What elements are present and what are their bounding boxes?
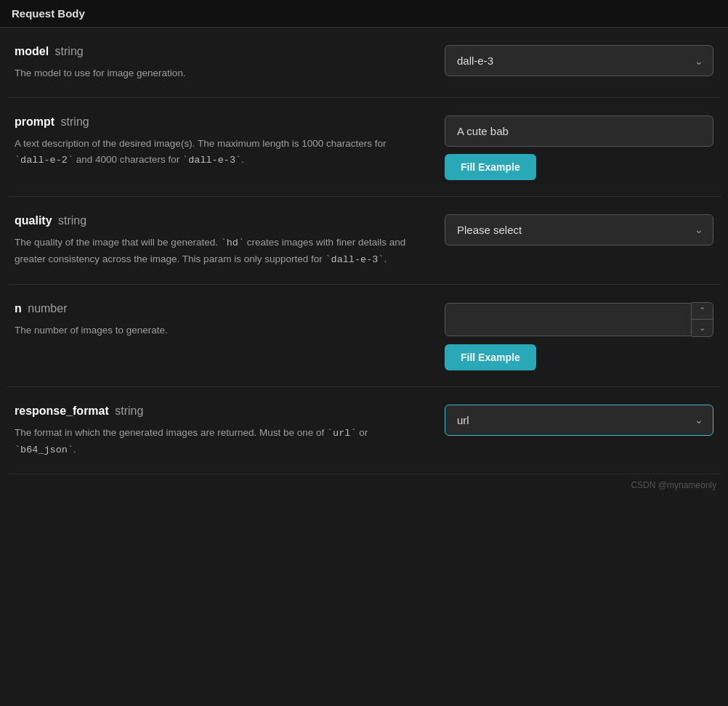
prompt-input[interactable] bbox=[445, 115, 713, 147]
prompt-input-wrapper bbox=[445, 115, 713, 147]
field-row-model: model string The model to use for image … bbox=[7, 28, 721, 98]
field-name-quality: quality bbox=[15, 214, 52, 227]
field-title-n: n number bbox=[15, 301, 421, 317]
field-type-model: string bbox=[55, 45, 84, 57]
field-left-response-format: response_format string The format in whi… bbox=[15, 403, 421, 458]
prompt-fill-example-button[interactable]: Fill Example bbox=[445, 154, 536, 180]
field-row-n: n number The number of images to generat… bbox=[7, 285, 721, 387]
field-name-n: n bbox=[15, 302, 22, 315]
field-type-response-format: string bbox=[115, 405, 143, 417]
field-row-response-format: response_format string The format in whi… bbox=[7, 387, 721, 475]
quality-select-wrapper: Please select standard hd ⌄ bbox=[445, 214, 713, 246]
field-name-response-format: response_format bbox=[15, 405, 109, 417]
request-body-section: model string The model to use for image … bbox=[0, 28, 728, 474]
field-right-model: dall-e-3 dall-e-2 ⌄ bbox=[445, 44, 713, 76]
field-left-n: n number The number of images to generat… bbox=[15, 301, 421, 338]
header-bar: Request Body bbox=[0, 0, 728, 28]
page-container: Request Body model string The model to u… bbox=[0, 0, 728, 706]
field-name-model: model bbox=[15, 45, 49, 57]
n-increment-button[interactable]: ⌃ bbox=[692, 303, 713, 320]
watermark: CSDN @mynameonly bbox=[0, 474, 728, 496]
field-type-n: number bbox=[28, 302, 67, 315]
field-row-prompt: prompt string A text description of the … bbox=[7, 98, 721, 197]
field-right-quality: Please select standard hd ⌄ bbox=[445, 213, 713, 246]
field-title-quality: quality string bbox=[15, 213, 421, 229]
n-spinners: ⌃ ⌄ bbox=[692, 302, 713, 337]
n-input-wrapper: ⌃ ⌄ bbox=[445, 302, 713, 337]
model-select[interactable]: dall-e-3 dall-e-2 bbox=[445, 45, 713, 76]
field-right-prompt: Fill Example bbox=[445, 114, 713, 180]
field-desc-quality: The quality of the image that will be ge… bbox=[15, 235, 421, 267]
n-input[interactable] bbox=[445, 303, 692, 336]
field-desc-prompt: A text description of the desired image(… bbox=[15, 136, 421, 168]
model-select-wrapper: dall-e-3 dall-e-2 ⌄ bbox=[445, 45, 713, 76]
page-title: Request Body bbox=[12, 7, 716, 20]
field-type-quality: string bbox=[58, 214, 86, 227]
response-format-select[interactable]: url b64_json bbox=[445, 405, 713, 436]
field-type-prompt: string bbox=[61, 115, 89, 128]
field-left-prompt: prompt string A text description of the … bbox=[15, 114, 421, 169]
field-desc-response-format: The format in which the generated images… bbox=[15, 425, 421, 458]
field-title-model: model string bbox=[15, 44, 421, 60]
response-format-select-wrapper: url b64_json ⌄ bbox=[445, 405, 713, 436]
field-title-response-format: response_format string bbox=[15, 403, 421, 419]
field-left-model: model string The model to use for image … bbox=[15, 44, 421, 81]
field-right-response-format: url b64_json ⌄ bbox=[445, 403, 713, 436]
field-left-quality: quality string The quality of the image … bbox=[15, 213, 421, 268]
field-name-prompt: prompt bbox=[15, 115, 54, 128]
n-decrement-button[interactable]: ⌄ bbox=[692, 320, 713, 336]
quality-select[interactable]: Please select standard hd bbox=[445, 214, 713, 246]
field-right-n: ⌃ ⌄ Fill Example bbox=[445, 301, 713, 370]
field-title-prompt: prompt string bbox=[15, 114, 421, 130]
field-row-quality: quality string The quality of the image … bbox=[7, 197, 721, 285]
field-desc-model: The model to use for image generation. bbox=[15, 65, 421, 81]
field-desc-n: The number of images to generate. bbox=[15, 322, 421, 338]
n-fill-example-button[interactable]: Fill Example bbox=[445, 344, 536, 370]
